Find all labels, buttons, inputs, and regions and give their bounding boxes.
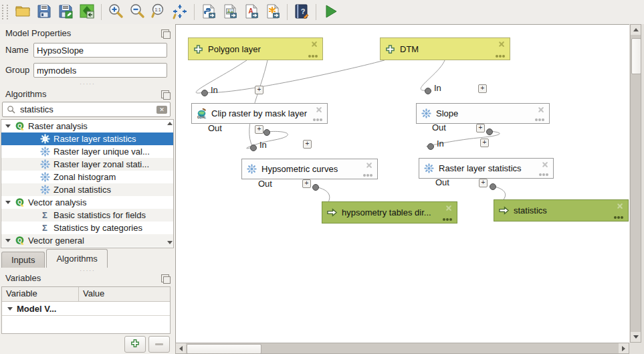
remove-node-icon[interactable] [366, 162, 372, 169]
remove-node-icon[interactable] [617, 203, 623, 209]
socket-dot[interactable] [250, 145, 257, 151]
scroll-down-button[interactable] [631, 332, 641, 342]
expand-sockets-button[interactable]: + [255, 86, 263, 94]
remove-node-icon[interactable] [498, 41, 505, 48]
zoom-out-button[interactable] [128, 3, 146, 21]
gear-icon [246, 164, 257, 174]
remove-node-icon[interactable] [311, 41, 318, 48]
expand-sockets-button[interactable]: + [479, 179, 488, 187]
help-button[interactable]: ? [292, 3, 311, 21]
expand-sockets-button[interactable]: + [478, 84, 487, 93]
socket-dot[interactable] [263, 129, 270, 136]
remove-node-icon[interactable] [538, 106, 544, 113]
save-model-button[interactable] [35, 3, 53, 21]
node-options-icon[interactable] [312, 118, 322, 121]
zoom-full-button[interactable] [171, 3, 189, 21]
output-arrow-icon [498, 205, 510, 215]
canvas-vertical-scrollbar[interactable] [630, 24, 641, 343]
export-svg-button[interactable] [263, 3, 282, 21]
model-node-hypsometry-tables-output[interactable]: hypsometry tables dir... [322, 201, 457, 224]
search-input[interactable] [19, 104, 156, 115]
tree-scrollbar[interactable] [167, 120, 174, 246]
export-pdf-button[interactable]: A [242, 3, 261, 21]
node-options-icon[interactable] [442, 218, 452, 221]
socket-dot[interactable] [425, 88, 431, 94]
float-panel-icon[interactable] [161, 90, 169, 98]
expand-sockets-button[interactable]: + [302, 179, 311, 188]
open-model-button[interactable] [13, 3, 32, 21]
node-options-icon[interactable] [362, 174, 372, 177]
chevron-down-icon[interactable] [5, 239, 11, 242]
expand-sockets-button[interactable]: + [476, 124, 485, 132]
tab-algorithms[interactable]: Algorithms [46, 249, 107, 268]
node-options-icon[interactable] [308, 55, 318, 58]
socket-dot[interactable] [486, 128, 493, 135]
tree-item-basic-statistics-for-fields[interactable]: Σ Basic statistics for fields [1, 209, 173, 222]
tab-inputs[interactable]: Inputs [1, 252, 45, 268]
tree-group-vector-general[interactable]: Q Vector general [1, 234, 173, 247]
panel-splitter-handle[interactable]: ····· [0, 81, 175, 87]
save-model-as-button[interactable] [56, 3, 75, 21]
remove-node-icon[interactable] [316, 106, 322, 113]
variables-group-label: Model V... [17, 304, 56, 314]
model-name-input[interactable] [33, 43, 167, 58]
horizontal-scroll-thumb[interactable] [187, 344, 261, 354]
add-variable-button[interactable] [124, 336, 146, 353]
chevron-down-icon[interactable] [5, 201, 11, 204]
zoom-actual-button[interactable]: 1:1 [149, 3, 168, 21]
expand-sockets-button[interactable]: + [480, 139, 489, 147]
model-node-dtm[interactable]: DTM [380, 37, 510, 60]
model-canvas[interactable]: Polygon layer DTM In + GDAL Clip raster … [175, 24, 629, 343]
clear-search-icon[interactable]: ✕ [156, 106, 167, 114]
column-header-variable[interactable]: Variable [2, 287, 79, 301]
expand-sockets-button[interactable]: + [255, 125, 263, 134]
chevron-down-icon[interactable] [7, 307, 13, 311]
model-node-clip-raster-by-mask-layer[interactable]: GDAL Clip raster by mask layer [191, 103, 328, 124]
canvas-horizontal-scrollbar[interactable] [175, 343, 629, 354]
remove-variable-button[interactable] [148, 336, 170, 353]
export-image-button[interactable] [221, 3, 239, 21]
remove-node-icon[interactable] [542, 161, 548, 168]
scroll-left-button[interactable] [176, 343, 186, 353]
tree-item-statistics-by-categories[interactable]: Σ Statistics by categories [1, 222, 173, 234]
node-options-icon[interactable] [495, 55, 505, 58]
zoom-in-button[interactable] [106, 3, 125, 21]
tree-group-raster-analysis[interactable]: Q Raster analysis [1, 120, 173, 132]
save-in-project-button[interactable] [78, 3, 96, 21]
export-python-button[interactable] [199, 3, 218, 21]
toolbar-drag-handle[interactable] [2, 5, 8, 19]
tree-item-raster-layer-statistics[interactable]: Raster layer statistics [1, 132, 173, 145]
socket-dot[interactable] [201, 90, 208, 96]
scroll-up-icon[interactable] [167, 122, 173, 125]
node-options-icon[interactable] [538, 173, 548, 176]
vertical-scroll-thumb[interactable] [631, 38, 641, 74]
float-panel-icon[interactable] [161, 29, 169, 37]
run-model-button[interactable] [321, 3, 340, 21]
socket-dot[interactable] [427, 143, 434, 150]
tree-item-raster-layer-unique-values[interactable]: Raster layer unique val... [1, 145, 173, 158]
model-node-statistics-output[interactable]: statistics [494, 199, 629, 222]
tree-group-vector-analysis[interactable]: Q Vector analysis [1, 196, 173, 209]
model-node-hypsometric-curves[interactable]: Hypsometric curves [241, 159, 378, 179]
tree-item-zonal-statistics[interactable]: Zonal statistics [1, 183, 173, 196]
scroll-down-icon[interactable] [167, 241, 173, 244]
socket-dot[interactable] [490, 183, 496, 190]
input-parameter-icon [193, 44, 204, 54]
variables-group-row[interactable]: Model V... [2, 302, 170, 316]
model-group-input[interactable] [33, 63, 167, 78]
node-options-icon[interactable] [534, 118, 544, 121]
model-node-slope[interactable]: Slope [416, 103, 550, 124]
socket-dot[interactable] [312, 184, 319, 191]
scroll-right-button[interactable] [619, 343, 629, 353]
expand-sockets-button[interactable]: + [303, 140, 312, 149]
node-options-icon[interactable] [613, 216, 623, 219]
model-node-raster-layer-statistics[interactable]: Raster layer statistics [419, 158, 554, 179]
remove-node-icon[interactable] [445, 205, 452, 211]
model-node-polygon-layer[interactable]: Polygon layer [188, 37, 323, 60]
chevron-down-icon[interactable] [5, 124, 11, 128]
tree-item-raster-layer-zonal-statistics[interactable]: Raster layer zonal stati... [1, 158, 173, 171]
tree-item-zonal-histogram[interactable]: Zonal histogram [1, 171, 173, 183]
float-panel-icon[interactable] [161, 274, 169, 282]
scroll-up-button[interactable] [631, 25, 641, 35]
column-header-value[interactable]: Value [79, 287, 108, 301]
